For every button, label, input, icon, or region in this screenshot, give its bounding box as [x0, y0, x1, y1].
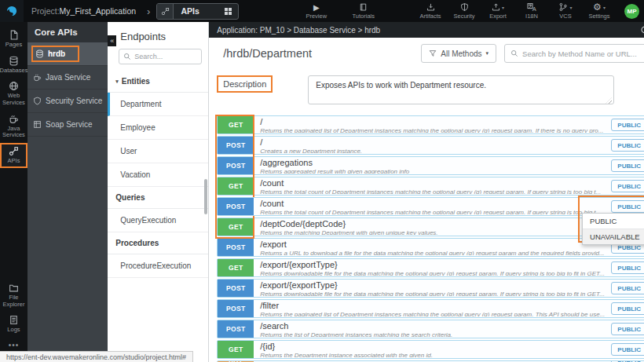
endpoint-description: Returns the matching Department with giv…	[260, 229, 605, 235]
access-dropdown-button[interactable]: PUBLIC▼	[611, 343, 644, 356]
endpoint-row[interactable]: POST /search Returns the list of Departm…	[217, 320, 644, 338]
access-dropdown-button[interactable]: PUBLIC▼	[611, 302, 644, 315]
endpoint-item-department[interactable]: Department	[108, 93, 208, 116]
tutorials-button[interactable]: Tutorials	[352, 2, 375, 20]
sidebar-item-logs[interactable]: Logs	[0, 312, 27, 338]
section-entities[interactable]: ▾ Entities	[108, 71, 208, 93]
vcs-button[interactable]: ▾ VCS	[554, 2, 577, 20]
queries-header-label: Queries	[115, 193, 145, 202]
caret-down-icon: ▾	[486, 50, 489, 57]
endpoint-row[interactable]: GET /export/{exportType} Returns downloa…	[217, 258, 644, 277]
logs-icon	[9, 315, 19, 325]
play-icon: ▶	[313, 2, 320, 12]
endpoint-row[interactable]: GET /{id} Returns the Department instanc…	[217, 340, 644, 359]
overflow-menu[interactable]: •••	[9, 341, 20, 349]
shield-icon	[33, 97, 42, 105]
refresh-icon[interactable]	[640, 25, 644, 35]
preview-label: Preview	[306, 13, 327, 20]
section-procedures[interactable]: Procedures	[108, 232, 208, 254]
tutorials-label: Tutorials	[353, 13, 375, 20]
settings-button[interactable]: ⚙ ▾ Settings	[587, 2, 611, 20]
collapse-panel-button[interactable]: «	[108, 35, 116, 46]
endpoint-item-vacation[interactable]: Vacation	[108, 163, 208, 187]
security-shield-icon	[460, 2, 469, 12]
core-api-label-java-service: Java Service	[46, 73, 90, 82]
file-explorer-folder-icon	[9, 283, 19, 293]
chevron-down-icon: ▾	[115, 79, 119, 85]
endpoint-item-procedureexecution[interactable]: ProcedureExecution	[108, 254, 208, 278]
export-button[interactable]: ▾ Export	[486, 2, 510, 20]
sidebar-label-web-services: Web Services	[1, 93, 27, 106]
dropdown-option-unavailable[interactable]: UNAVAILABLE	[583, 229, 644, 244]
core-api-item-soap-service[interactable]: Soap Service	[27, 113, 108, 137]
endpoint-description: Returns the list of Department instances…	[260, 331, 605, 337]
core-apis-title: Core APIs	[27, 22, 108, 42]
description-textarea[interactable]: Exposes APIs to work with Department res…	[308, 75, 614, 104]
grid-icon[interactable]	[207, 8, 238, 15]
top-bar: Project:My_First_Application › APIs ▶ Pr…	[0, 0, 644, 22]
endpoint-description: Returns the paginated list of Department…	[260, 127, 605, 133]
endpoint-item-user[interactable]: User	[108, 140, 208, 163]
section-queries[interactable]: Queries	[108, 187, 208, 209]
endpoint-row[interactable]: GET /count Returns the total count of De…	[217, 177, 644, 196]
endpoint-list: GET / Returns the paginated list of Depa…	[209, 114, 644, 362]
tab-apis[interactable]: APIs	[156, 3, 238, 20]
endpoint-item-queryexecution[interactable]: QueryExecution	[108, 209, 208, 232]
procedures-header-label: Procedures	[115, 239, 159, 247]
sidebar-item-web-services[interactable]: Web Services	[0, 78, 27, 110]
status-bar-url: https://ent-dev.wavemakeronline.com/stud…	[0, 351, 193, 362]
access-dropdown-button[interactable]: PUBLIC▼	[611, 282, 644, 294]
access-dropdown-button[interactable]: PUBLIC▼	[611, 261, 644, 274]
access-dropdown-button[interactable]: PUBLIC▼	[611, 139, 644, 152]
endpoint-row[interactable]: POST /filter Returns the paginated list …	[217, 299, 644, 318]
method-search-input[interactable]	[522, 49, 644, 58]
endpoint-row[interactable]: POST /export/{exportType} Returns downlo…	[217, 279, 644, 298]
content-header: /hrdb/Department All Methods ▾	[209, 38, 644, 69]
user-avatar[interactable]: MP	[624, 4, 639, 19]
access-dropdown-button[interactable]: PUBLIC▼	[611, 323, 644, 335]
project-name[interactable]: Project:My_First_Application	[31, 6, 136, 16]
i18n-button[interactable]: A I18N	[520, 2, 543, 20]
sidebar-label-apis: APIs	[8, 158, 20, 165]
endpoint-description: Returns downloadable file for the data m…	[260, 270, 605, 276]
core-api-item-hrdb[interactable]: hrdb	[27, 42, 108, 66]
endpoint-path: /export	[260, 240, 605, 250]
book-icon	[359, 2, 368, 12]
sidebar-item-pages[interactable]: Pages	[0, 27, 27, 53]
security-button[interactable]: Security	[452, 2, 476, 20]
access-dropdown-button[interactable]: PUBLIC▼	[611, 180, 644, 192]
wavemaker-logo[interactable]	[0, 0, 24, 22]
sidebar-item-databases[interactable]: Databases	[0, 53, 27, 79]
endpoint-row[interactable]: POST / Creates a new Department instance…	[217, 136, 644, 155]
endpoint-path: /export/{exportType}	[260, 260, 605, 270]
endpoint-row[interactable]: POST /count Returns the total count of D…	[217, 197, 644, 216]
all-methods-dropdown[interactable]: All Methods ▾	[421, 44, 496, 63]
method-search[interactable]	[504, 44, 644, 63]
preview-button[interactable]: ▶ Preview	[305, 2, 328, 20]
chevron-right-icon: ›	[147, 5, 150, 17]
caret-down-icon: ▾	[502, 5, 504, 10]
endpoint-item-employee[interactable]: Employee	[108, 116, 208, 140]
endpoint-path: /filter	[260, 301, 605, 311]
page-title: /hrdb/Department	[223, 47, 413, 60]
endpoints-search-input[interactable]	[134, 53, 197, 60]
core-api-item-java-service[interactable]: Java Service	[27, 66, 108, 90]
sidebar-item-file-explorer[interactable]: File Explorer	[0, 280, 27, 312]
sidebar-item-java-services[interactable]: Java Services	[0, 111, 27, 143]
database-icon	[35, 49, 44, 58]
artifacts-button[interactable]: Artifacts	[419, 2, 442, 20]
pages-icon	[9, 30, 19, 40]
dropdown-option-public[interactable]: PUBLIC	[583, 214, 644, 229]
endpoint-row[interactable]: GET / Returns the paginated list of Depa…	[217, 115, 644, 134]
sidebar-item-apis[interactable]: APIs	[0, 143, 27, 169]
endpoint-description: Returns the total count of Department in…	[260, 209, 605, 214]
project-label: Project:	[31, 6, 60, 16]
api-connector-icon	[157, 3, 174, 20]
endpoints-search[interactable]	[119, 49, 202, 64]
core-api-item-security-service[interactable]: Security Service	[27, 90, 108, 113]
panel-scrollbar[interactable]	[204, 179, 207, 214]
access-dropdown-button[interactable]: PUBLIC▼	[611, 159, 644, 172]
access-dropdown-button[interactable]: PUBLIC▼	[611, 119, 644, 131]
endpoint-row[interactable]: POST /aggregations Returns aggregated re…	[217, 156, 644, 175]
access-dropdown-menu: PUBLICUNAVAILABLE	[582, 213, 644, 245]
